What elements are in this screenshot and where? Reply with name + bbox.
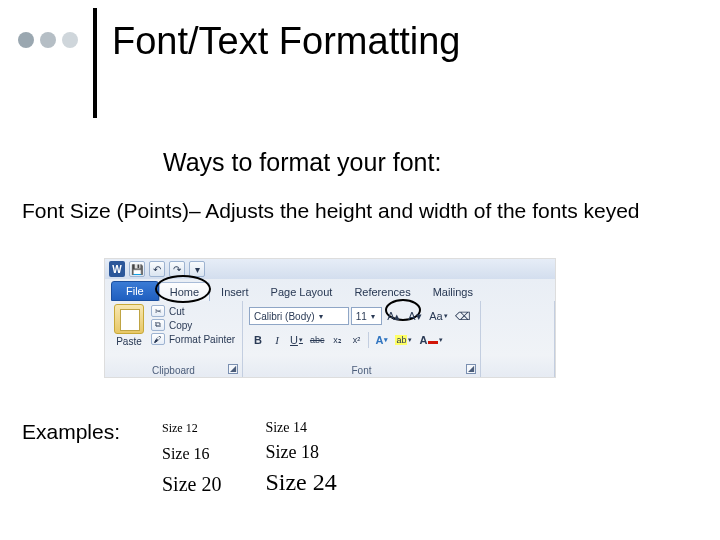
- examples-table: Size 12 Size 14 Size 16 Size 18 Size 20 …: [160, 416, 381, 500]
- example-size-12: Size 12: [162, 418, 263, 438]
- quick-access-toolbar: W 💾 ↶ ↷ ▾: [105, 259, 555, 279]
- font-color-swatch: [428, 341, 438, 344]
- slide-subtitle: Ways to format your font:: [163, 148, 441, 177]
- title-bullets: [18, 32, 78, 48]
- tab-references[interactable]: References: [343, 282, 421, 301]
- example-size-24: Size 24: [265, 467, 378, 498]
- italic-button[interactable]: I: [268, 331, 286, 349]
- superscript-button[interactable]: x²: [347, 331, 365, 349]
- separator: [368, 332, 369, 348]
- shrink-font-button[interactable]: A▾: [405, 307, 424, 325]
- font-family-combo[interactable]: Calibri (Body)▾: [249, 307, 349, 325]
- qat-customize-button[interactable]: ▾: [189, 261, 205, 277]
- qat-redo-button[interactable]: ↷: [169, 261, 185, 277]
- description-text: Font Size (Points)– Adjusts the height a…: [22, 198, 642, 224]
- slide-title: Font/Text Formatting: [112, 20, 460, 63]
- tab-mailings[interactable]: Mailings: [422, 282, 484, 301]
- font-group-label: Font◢: [243, 365, 480, 376]
- title-divider: [93, 8, 97, 118]
- bullet-3: [62, 32, 78, 48]
- format-painter-button[interactable]: 🖌Format Painter: [151, 332, 236, 346]
- example-size-16: Size 16: [162, 440, 263, 465]
- group-paragraph-partial: [481, 301, 555, 377]
- bold-button[interactable]: B: [249, 331, 267, 349]
- paste-button[interactable]: Paste: [111, 336, 147, 347]
- examples-label: Examples:: [22, 420, 120, 444]
- scissors-icon: ✂: [151, 305, 165, 317]
- ribbon-groups: Paste ✂Cut ⧉Copy 🖌Format Painter Clipboa…: [105, 301, 555, 377]
- strikethrough-button[interactable]: abc: [307, 331, 328, 349]
- tab-insert[interactable]: Insert: [210, 282, 260, 301]
- example-size-18: Size 18: [265, 440, 378, 465]
- clear-formatting-button[interactable]: ⌫: [452, 307, 474, 325]
- font-dialog-launcher[interactable]: ◢: [466, 364, 476, 374]
- cut-button[interactable]: ✂Cut: [151, 304, 236, 318]
- chevron-down-icon: ▾: [371, 312, 375, 321]
- example-size-14: Size 14: [265, 418, 378, 438]
- underline-button[interactable]: U▾: [287, 331, 306, 349]
- clipboard-group-label: Clipboard◢: [105, 365, 242, 376]
- bullet-1: [18, 32, 34, 48]
- word-ribbon: W 💾 ↶ ↷ ▾ File Home Insert Page Layout R…: [104, 258, 556, 378]
- tab-page-layout[interactable]: Page Layout: [260, 282, 344, 301]
- qat-save-button[interactable]: 💾: [129, 261, 145, 277]
- ribbon-tabs: File Home Insert Page Layout References …: [105, 279, 555, 301]
- change-case-button[interactable]: Aa▾: [426, 307, 450, 325]
- text-effects-button[interactable]: A▾: [372, 331, 391, 349]
- chevron-down-icon: ▾: [319, 312, 323, 321]
- paste-icon[interactable]: [114, 304, 144, 334]
- subscript-button[interactable]: x₂: [328, 331, 346, 349]
- font-color-button[interactable]: A▾: [416, 331, 446, 349]
- word-app-icon: W: [109, 261, 125, 277]
- highlight-button[interactable]: ab▾: [392, 331, 415, 349]
- bullet-2: [40, 32, 56, 48]
- font-size-combo[interactable]: 11▾: [351, 307, 382, 325]
- grow-font-button[interactable]: A▴: [384, 307, 403, 325]
- tab-home[interactable]: Home: [159, 282, 210, 301]
- copy-icon: ⧉: [151, 319, 165, 331]
- clipboard-dialog-launcher[interactable]: ◢: [228, 364, 238, 374]
- group-font: Calibri (Body)▾ 11▾ A▴ A▾ Aa▾ ⌫ B I U▾ a…: [243, 301, 481, 377]
- group-clipboard: Paste ✂Cut ⧉Copy 🖌Format Painter Clipboa…: [105, 301, 243, 377]
- tab-file[interactable]: File: [111, 281, 159, 301]
- example-size-20: Size 20: [162, 467, 263, 498]
- qat-undo-button[interactable]: ↶: [149, 261, 165, 277]
- copy-button[interactable]: ⧉Copy: [151, 318, 236, 332]
- brush-icon: 🖌: [151, 333, 165, 345]
